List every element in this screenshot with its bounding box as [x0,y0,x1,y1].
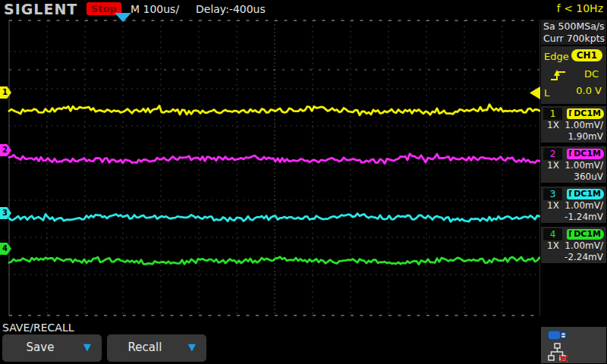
save-button-label: Save [2,340,78,354]
menu-title: SAVE/RECALL [2,322,74,334]
memory-depth: Curr 700kpts [543,33,604,45]
channel-number: 4 [543,228,562,240]
lan-disconnected-icon [547,343,570,362]
channel-number: 1 [543,108,562,120]
volts-per-div: 1.00mV/ [565,160,603,171]
timebase-readout[interactable]: M 100us/ [131,3,179,15]
status-icons-panel [541,327,606,363]
recall-button-label: Recall [107,340,183,354]
probe-attenuation: 1X [547,120,559,130]
volts-per-div: 1.00mV/ [565,200,603,211]
chevron-down-icon: ▼ [83,341,91,353]
channel-number: 3 [543,188,562,200]
channel-offset: -1.24mV [565,212,603,222]
trigger-coupling: DC [584,68,599,80]
trigger-level-value: 0.0 V [576,85,602,96]
frequency-counter: f < 10Hz [557,2,603,14]
sidebar: Sa 500MSa/s Curr 700kpts Edge CH1 DC L 0… [540,19,607,364]
coupling-badge: DC1M [571,149,604,159]
graticule-and-traces [0,0,540,364]
recall-button[interactable]: Recall ▼ [107,334,206,362]
save-button[interactable]: Save ▼ [2,334,102,362]
top-status-bar: SIGLENT Stop M 100us/ Delay:-400us f < 1… [0,0,607,19]
channel-offset: -2.24mV [565,252,603,262]
trigger-level-label: L [544,87,549,99]
probe-attenuation: 1X [547,240,559,251]
probe-attenuation: 1X [547,160,559,171]
trigger-delay-readout[interactable]: Delay:-400us [196,3,266,15]
volts-per-div: 1.00mV/ [565,240,603,251]
acquisition-info-panel: Sa 500MSa/s Curr 700kpts [541,20,606,45]
channel-4-descriptor[interactable]: 4 B DC1M 1X 1.00mV/ -2.24mV [541,227,606,263]
coupling-badge: DC1M [571,189,604,199]
channel-number: 2 [543,148,562,160]
channel-3-descriptor[interactable]: 3 B DC1M 1X 1.00mV/ -1.24mV [541,187,606,223]
coupling-badge: DC1M [571,229,604,240]
coupling-badge: DC1M [571,108,604,119]
channel-offset: 360uV [574,171,603,182]
waveform-display: 1 2 3 4 [0,0,540,364]
trigger-source-badge[interactable]: CH1 [571,49,602,61]
menu-bar: SAVE/RECALL Save ▼ Recall ▼ [0,321,540,364]
probe-attenuation: 1X [547,200,559,211]
chevron-down-icon: ▼ [188,341,196,353]
oscilloscope-screen: 1 2 3 4 SIGLENT Stop M 100us/ Delay:-400… [0,0,607,364]
sample-rate: Sa 500MSa/s [543,20,604,33]
rising-edge-icon [550,68,567,82]
trigger-panel[interactable]: Edge CH1 DC L 0.0 V [541,46,606,104]
volts-per-div: 1.00mV/ [565,120,603,130]
channel-1-descriptor[interactable]: 1 B DC1M 1X 1.00mV/ 1.90mV [541,106,606,143]
channel-offset: 1.90mV [568,131,603,142]
channel-2-descriptor[interactable]: 2 B DC1M 1X 1.00mV/ 360uV [541,146,606,183]
usb-icon [547,329,568,341]
trigger-type-label: Edge [544,51,569,62]
brand-logo: SIGLENT [4,1,77,17]
